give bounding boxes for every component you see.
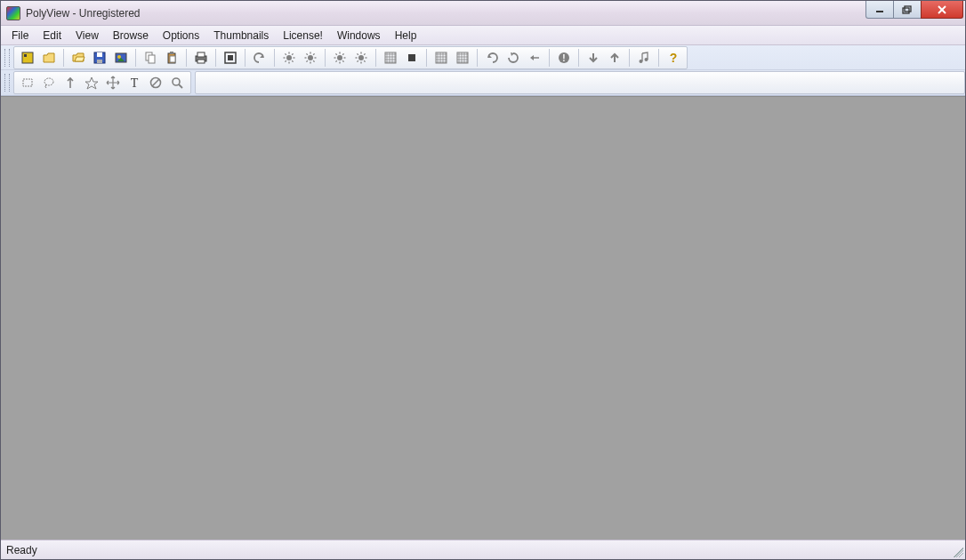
grid2-icon <box>434 51 448 65</box>
arrow-down-button[interactable] <box>584 48 603 68</box>
app-window: PolyView - Unregistered FileEditViewBrow… <box>0 0 966 560</box>
explorer-button[interactable] <box>18 48 37 68</box>
menu-browse[interactable]: Browse <box>106 26 156 44</box>
text-icon: T <box>127 76 141 90</box>
toolbar-separator <box>477 49 478 67</box>
resize-grip-icon[interactable] <box>951 545 963 557</box>
close-button[interactable] <box>921 1 963 19</box>
titlebar[interactable]: PolyView - Unregistered <box>1 1 965 26</box>
grid3-icon <box>455 51 470 65</box>
brightness-up-icon <box>303 51 318 65</box>
zoom-button[interactable] <box>167 73 187 92</box>
contrast-down-icon <box>333 51 347 65</box>
svg-line-35 <box>306 60 307 61</box>
nosymbol-icon <box>149 76 163 90</box>
maximize-button[interactable] <box>893 1 922 19</box>
svg-line-98 <box>179 84 182 88</box>
arrow-up-button[interactable] <box>605 48 624 68</box>
svg-point-31 <box>308 55 313 60</box>
toolbar-row-1: !? <box>1 45 965 70</box>
music-button[interactable] <box>634 48 654 68</box>
help-button[interactable]: ? <box>664 48 683 68</box>
info-icon: ! <box>557 51 571 65</box>
svg-rect-92 <box>23 79 32 86</box>
menu-edit[interactable]: Edit <box>36 26 68 44</box>
toolbar-separator <box>135 49 136 67</box>
svg-rect-2 <box>905 6 911 12</box>
svg-point-49 <box>358 55 364 60</box>
workspace[interactable] <box>1 96 965 540</box>
folder-button[interactable] <box>39 48 59 68</box>
minimize-button[interactable] <box>865 1 894 19</box>
toolbars-area: !? T <box>1 45 965 96</box>
svg-rect-6 <box>24 54 27 57</box>
grid3-button[interactable] <box>453 48 472 68</box>
minimize-icon <box>875 5 884 14</box>
grid1-icon <box>383 51 398 65</box>
svg-point-90 <box>645 58 648 61</box>
rotate-button[interactable] <box>503 48 523 68</box>
toolbar-grip[interactable] <box>4 74 10 92</box>
svg-text:T: T <box>131 76 139 90</box>
menubar: FileEditViewBrowseOptionsThumbnailsLicen… <box>1 26 965 45</box>
copy-button[interactable] <box>141 48 160 68</box>
menu-thumbnails[interactable]: Thumbnails <box>206 26 276 44</box>
toolbar-separator <box>245 49 246 67</box>
info-button[interactable]: ! <box>554 48 574 68</box>
brightness-down-button[interactable] <box>279 48 299 68</box>
svg-rect-18 <box>197 52 205 57</box>
lasso-button[interactable] <box>39 73 59 92</box>
text-button[interactable]: T <box>125 73 144 92</box>
menu-file[interactable]: File <box>4 26 36 44</box>
grid2-button[interactable] <box>431 48 451 68</box>
flip-button[interactable] <box>525 48 544 68</box>
paste-button[interactable] <box>162 48 181 68</box>
svg-point-40 <box>337 55 342 60</box>
redo-button[interactable] <box>482 48 502 68</box>
arrow-n-button[interactable] <box>60 73 80 92</box>
stop-button[interactable] <box>402 48 422 68</box>
music-icon <box>637 51 651 65</box>
svg-rect-5 <box>22 52 33 63</box>
open-icon <box>71 51 85 65</box>
copy-icon <box>143 51 157 65</box>
nosymbol-button[interactable] <box>146 73 165 92</box>
toolbar-separator <box>63 49 64 67</box>
star-icon <box>85 76 99 90</box>
svg-rect-13 <box>149 55 155 63</box>
contrast-down-button[interactable] <box>330 48 350 68</box>
grid1-button[interactable] <box>381 48 400 68</box>
toolbar-separator <box>629 49 630 67</box>
flip-icon <box>527 51 542 65</box>
menu-options[interactable]: Options <box>156 26 206 44</box>
open-button[interactable] <box>68 48 88 68</box>
stop-icon <box>405 51 419 65</box>
svg-line-46 <box>335 53 336 54</box>
star-button[interactable] <box>82 73 101 92</box>
slideshow-button[interactable] <box>111 48 131 68</box>
move-button[interactable] <box>103 73 123 92</box>
print-button[interactable] <box>191 48 211 68</box>
explorer-icon <box>20 51 35 65</box>
menu-license[interactable]: License! <box>276 26 330 44</box>
toolbar-separator <box>578 49 579 67</box>
svg-line-33 <box>313 60 314 61</box>
rect-select-icon <box>20 76 35 90</box>
toolbar-separator <box>215 49 216 67</box>
save-button[interactable] <box>90 48 109 68</box>
toolbar-separator <box>325 49 326 67</box>
toolbar-grip[interactable] <box>4 49 10 67</box>
maximize-icon <box>902 5 913 14</box>
svg-line-96 <box>152 79 159 86</box>
undo-button[interactable] <box>250 48 270 68</box>
rect-select-button[interactable] <box>18 73 37 92</box>
menu-view[interactable]: View <box>68 26 106 44</box>
menu-help[interactable]: Help <box>388 26 424 44</box>
fullscreen-button[interactable] <box>221 48 240 68</box>
print-icon <box>194 51 208 65</box>
brightness-up-button[interactable] <box>301 48 320 68</box>
svg-line-48 <box>342 53 343 54</box>
contrast-up-button[interactable] <box>351 48 371 68</box>
svg-point-93 <box>44 78 53 85</box>
menu-windows[interactable]: Windows <box>330 26 388 44</box>
